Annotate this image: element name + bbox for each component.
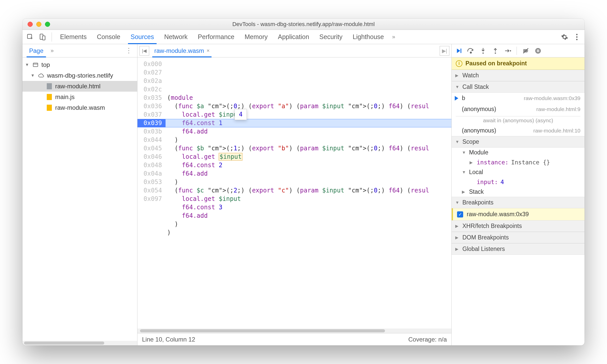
cursor-position: Line 10, Column 12 <box>142 336 195 343</box>
editor-panel: |◀ raw-module.wasm × ▶| 0x0000x0270x02a0… <box>137 44 452 345</box>
async-separator: await in (anonymous) (async) <box>456 116 580 124</box>
frame-name: b <box>462 95 465 102</box>
svg-point-9 <box>470 52 472 53</box>
code-editor[interactable]: 0x0000x0270x02a0x02c0x0350x0360x0370x039… <box>137 57 451 329</box>
svg-point-10 <box>483 52 484 54</box>
tree-domain-label: wasm-dbg-stories.netlify <box>47 72 113 79</box>
tree-file-js[interactable]: main.js <box>22 92 137 102</box>
device-toolbar-icon[interactable] <box>37 31 48 43</box>
watch-section-header[interactable]: ▶Watch <box>452 70 585 81</box>
pause-exceptions-icon[interactable] <box>534 46 542 55</box>
svg-point-5 <box>576 39 577 40</box>
value-tooltip: 4 <box>235 109 247 120</box>
tree-domain[interactable]: ▼ wasm-dbg-stories.netlify <box>22 70 137 81</box>
main-toolbar: Elements Console Sources Network Perform… <box>22 30 585 44</box>
breakpoint-label: raw-module.wasm:0x39 <box>467 211 529 218</box>
editor-tab-label: raw-module.wasm <box>154 47 204 54</box>
gutter[interactable]: 0x0000x0270x02a0x02c0x0350x0360x0370x039… <box>137 57 166 329</box>
document-icon <box>46 83 53 90</box>
titlebar: DevTools - wasm-dbg-stories.netlify.app/… <box>22 19 585 30</box>
tab-console[interactable]: Console <box>92 30 125 44</box>
tab-performance[interactable]: Performance <box>193 30 239 44</box>
debugger-panel: i Paused on breakpoint ▶Watch ▼Call Stac… <box>452 44 585 345</box>
frame-location: raw-module.html:10 <box>533 128 580 134</box>
editor-status-bar: Line 10, Column 12 Coverage: n/a <box>137 333 451 345</box>
tab-application[interactable]: Application <box>273 30 314 44</box>
pause-message: Paused on breakpoint <box>465 60 527 67</box>
svg-rect-16 <box>538 49 539 52</box>
svg-point-3 <box>576 34 577 35</box>
file-tree: ▼ top ▼ wasm-dbg-stories.netlify <box>22 57 137 341</box>
editor-scrollbar[interactable] <box>137 329 451 333</box>
cloud-icon <box>38 72 44 79</box>
resume-button-icon[interactable] <box>454 46 463 55</box>
debugger-toolbar <box>452 44 585 57</box>
svg-rect-8 <box>461 48 461 53</box>
navigator-panel: Page » ⋮ ▼ top ▼ wasm-dbg-stories <box>22 44 137 345</box>
dom-breakpoints-header[interactable]: ▶DOM Breakpoints <box>452 232 585 243</box>
frame-name: (anonymous) <box>462 127 496 134</box>
info-icon: i <box>456 60 462 67</box>
tab-memory[interactable]: Memory <box>240 30 272 44</box>
frame-location: raw-module.html:9 <box>536 106 580 112</box>
scope-section-header[interactable]: ▼Scope <box>452 136 585 148</box>
xhr-breakpoints-header[interactable]: ▶XHR/fetch Breakpoints <box>452 220 585 232</box>
editor-tab-wasm[interactable]: raw-module.wasm × <box>151 44 213 57</box>
svg-point-14 <box>535 48 541 54</box>
callstack-section-header[interactable]: ▼Call Stack <box>452 81 585 93</box>
script-icon <box>46 104 53 111</box>
breakpoint-item[interactable]: ✓ raw-module.wasm:0x39 <box>452 208 585 220</box>
editor-nav-back-icon[interactable]: |◀ <box>139 46 149 56</box>
scope-stack[interactable]: ▶Stack <box>452 187 585 197</box>
callstack-frame[interactable]: b raw-module.wasm:0x39 <box>452 93 585 104</box>
nav-scrollbar[interactable] <box>22 341 137 345</box>
tree-file-wasm-label: raw-module.wasm <box>55 104 105 111</box>
breakpoints-section-header[interactable]: ▼Breakpoints <box>452 197 585 208</box>
pause-banner: i Paused on breakpoint <box>452 57 585 70</box>
code-area[interactable]: 4 (module (func $a "cm">(;0;) (export "a… <box>166 57 451 329</box>
tree-file-html[interactable]: raw-module.html <box>22 81 137 92</box>
global-listeners-header[interactable]: ▶Global Listeners <box>452 243 585 255</box>
close-tab-icon[interactable]: × <box>207 48 210 54</box>
tab-lighthouse[interactable]: Lighthouse <box>348 30 388 44</box>
frame-location: raw-module.wasm:0x39 <box>524 95 580 101</box>
step-out-icon[interactable] <box>491 46 500 55</box>
tree-top-label: top <box>41 61 50 68</box>
tab-elements[interactable]: Elements <box>55 30 91 44</box>
kebab-menu-icon[interactable] <box>571 31 582 43</box>
svg-rect-15 <box>537 49 538 52</box>
scope-module[interactable]: ▼Module <box>452 148 585 157</box>
nav-kebab-menu-icon[interactable]: ⋮ <box>123 47 135 55</box>
scope-local[interactable]: ▼Local <box>452 167 585 177</box>
tab-network[interactable]: Network <box>160 30 192 44</box>
frame-icon <box>32 62 39 68</box>
tree-file-html-label: raw-module.html <box>55 83 100 90</box>
step-icon[interactable] <box>503 46 512 55</box>
breakpoint-checkbox[interactable]: ✓ <box>457 211 463 217</box>
step-into-icon[interactable] <box>479 46 487 55</box>
svg-point-12 <box>510 50 511 51</box>
nav-more-tabs-icon[interactable]: » <box>48 47 57 54</box>
nav-tab-page[interactable]: Page <box>25 44 48 57</box>
devtools-window: DevTools - wasm-dbg-stories.netlify.app/… <box>22 19 585 345</box>
script-icon <box>46 94 53 100</box>
tree-frame-top[interactable]: ▼ top <box>22 59 137 70</box>
editor-run-icon[interactable]: ▶| <box>440 46 449 56</box>
step-over-icon[interactable] <box>466 46 475 55</box>
more-tabs-icon[interactable]: » <box>390 34 398 40</box>
tab-sources[interactable]: Sources <box>126 30 159 44</box>
tree-file-js-label: main.js <box>55 93 75 101</box>
scope-instance[interactable]: ▶ instance: Instance {} <box>452 157 585 167</box>
tab-security[interactable]: Security <box>315 30 347 44</box>
deactivate-breakpoints-icon[interactable] <box>521 46 530 55</box>
window-title: DevTools - wasm-dbg-stories.netlify.app/… <box>22 21 585 28</box>
inspect-element-icon[interactable] <box>25 31 36 43</box>
callstack-frame[interactable]: (anonymous) raw-module.html:10 <box>452 125 585 136</box>
scope-input[interactable]: input: 4 <box>452 177 585 187</box>
coverage-status: Coverage: n/a <box>408 336 447 343</box>
tree-file-wasm[interactable]: raw-module.wasm <box>22 102 137 113</box>
svg-rect-6 <box>33 63 38 67</box>
frame-name: (anonymous) <box>462 106 496 113</box>
settings-gear-icon[interactable] <box>559 31 570 43</box>
callstack-frame[interactable]: (anonymous) raw-module.html:9 <box>452 104 585 115</box>
